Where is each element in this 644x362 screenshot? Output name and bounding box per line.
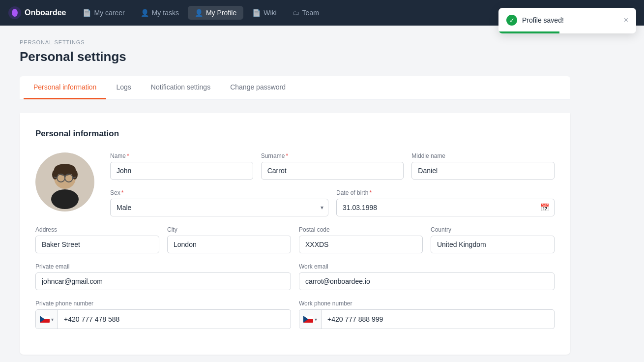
tab-logs[interactable]: Logs <box>106 76 141 99</box>
tab-change-password-label: Change password <box>230 83 286 91</box>
middle-name-input[interactable] <box>411 162 555 180</box>
work-phone-flag[interactable]: ▾ <box>299 310 322 329</box>
section-title: Personal information <box>35 129 555 139</box>
main-card: Personal information <box>20 113 570 355</box>
dob-label: Date of birth* <box>336 189 555 196</box>
tab-notification-settings[interactable]: Notification settings <box>141 76 220 99</box>
postal-group: Postal code <box>299 226 423 253</box>
work-phone-input[interactable] <box>322 311 554 328</box>
tasks-icon: 👤 <box>141 9 149 17</box>
sex-label: Sex* <box>110 189 328 196</box>
toast-notification: ✓ Profile saved! × <box>498 8 636 33</box>
sex-select-wrapper: Male Female Other <box>110 199 328 216</box>
private-phone-input[interactable] <box>58 311 291 328</box>
private-email-group: Private email <box>35 263 291 290</box>
logo[interactable]: Onboardee <box>8 6 66 20</box>
work-phone-wrapper: ▾ <box>299 309 555 329</box>
toast-header: ✓ Profile saved! × <box>506 15 628 26</box>
nav-my-profile-label: My Profile <box>206 9 236 17</box>
middle-name-label: Middle name <box>411 152 555 159</box>
surname-input[interactable] <box>261 162 404 180</box>
nav-team[interactable]: 🗂 Team <box>286 6 326 20</box>
tab-notification-settings-label: Notification settings <box>151 83 210 91</box>
name-row: Name* Surname* Middle name <box>110 152 555 180</box>
tab-personal-information-label: Personal information <box>33 83 96 91</box>
city-group: City <box>167 226 291 253</box>
middle-name-group: Middle name <box>411 152 555 180</box>
name-input[interactable] <box>110 162 253 180</box>
toast-check-icon: ✓ <box>506 15 517 26</box>
nav-my-tasks[interactable]: 👤 My tasks <box>134 6 186 20</box>
work-email-label: Work email <box>299 263 555 270</box>
tab-logs-label: Logs <box>116 83 131 91</box>
work-phone-group: Work phone number ▾ <box>299 300 555 329</box>
toast-progress-bar <box>498 31 559 33</box>
surname-label: Surname* <box>261 152 404 159</box>
private-email-input[interactable] <box>35 272 291 290</box>
avatar-col <box>35 152 94 226</box>
nav-wiki[interactable]: 📄 Wiki <box>245 6 283 20</box>
name-label: Name* <box>110 152 253 159</box>
dob-input[interactable] <box>336 199 555 216</box>
cz-flag-icon <box>40 316 50 323</box>
tab-change-password[interactable]: Change password <box>220 76 295 99</box>
nav-my-profile[interactable]: 👤 My Profile <box>188 6 243 20</box>
dob-group: Date of birth* 📅 <box>336 189 555 216</box>
profile-icon: 👤 <box>195 9 203 17</box>
city-input[interactable] <box>167 236 291 253</box>
address-group: Address <box>35 226 159 253</box>
country-label: Country <box>431 226 555 233</box>
private-phone-group: Private phone number ▾ <box>35 300 291 329</box>
country-input[interactable] <box>431 236 555 253</box>
private-email-label: Private email <box>35 263 291 270</box>
page-title: Personal settings <box>20 49 570 64</box>
address-input[interactable] <box>35 236 159 253</box>
city-label: City <box>167 226 291 233</box>
nav-team-label: Team <box>302 9 319 17</box>
nav-my-tasks-label: My tasks <box>152 9 179 17</box>
avatar[interactable] <box>35 152 94 211</box>
work-email-group: Work email <box>299 263 555 290</box>
phone-row: Private phone number ▾ Work phone number <box>35 300 555 329</box>
work-phone-label: Work phone number <box>299 300 555 307</box>
toast-close-button[interactable]: × <box>624 16 628 24</box>
postal-input[interactable] <box>299 236 423 253</box>
private-phone-flag[interactable]: ▾ <box>36 310 58 329</box>
address-row: Address City Postal code Country <box>35 226 555 253</box>
team-icon: 🗂 <box>293 9 299 17</box>
email-row: Private email Work email <box>35 263 555 290</box>
sex-select[interactable]: Male Female Other <box>110 199 328 216</box>
profile-form: Name* Surname* Middle name <box>35 152 555 226</box>
private-phone-label: Private phone number <box>35 300 291 307</box>
sex-dob-row: Sex* Male Female Other Date of bir <box>110 189 555 216</box>
nav-wiki-label: Wiki <box>263 9 276 17</box>
logo-text: Onboardee <box>25 8 66 17</box>
name-group: Name* <box>110 152 253 180</box>
toast-message: Profile saved! <box>522 16 564 24</box>
form-fields: Name* Surname* Middle name <box>110 152 555 226</box>
address-label: Address <box>35 226 159 233</box>
phone-chevron-icon: ▾ <box>51 317 54 322</box>
dob-input-wrapper: 📅 <box>336 199 555 216</box>
breadcrumb: PERSONAL SETTINGS <box>20 39 570 45</box>
private-phone-wrapper: ▾ <box>35 309 291 329</box>
cz-flag-work-icon <box>303 316 313 323</box>
wiki-icon: 📄 <box>252 9 261 17</box>
logo-icon <box>8 6 22 20</box>
nav-my-career-label: My career <box>94 9 124 17</box>
nav-my-career[interactable]: 📄 My career <box>76 6 131 20</box>
country-group: Country <box>431 226 555 253</box>
toast-content: ✓ Profile saved! <box>506 15 564 26</box>
svg-point-2 <box>51 189 79 209</box>
avatar-image <box>35 152 94 211</box>
tab-personal-information[interactable]: Personal information <box>24 76 106 99</box>
tabs-container: Personal information Logs Notification s… <box>20 76 570 99</box>
postal-label: Postal code <box>299 226 423 233</box>
work-email-input[interactable] <box>299 272 555 290</box>
sex-group: Sex* Male Female Other <box>110 189 328 216</box>
page-content: PERSONAL SETTINGS Personal settings Pers… <box>0 26 590 362</box>
work-phone-chevron-icon: ▾ <box>315 317 317 322</box>
surname-group: Surname* <box>261 152 404 180</box>
career-icon: 📄 <box>83 9 91 17</box>
